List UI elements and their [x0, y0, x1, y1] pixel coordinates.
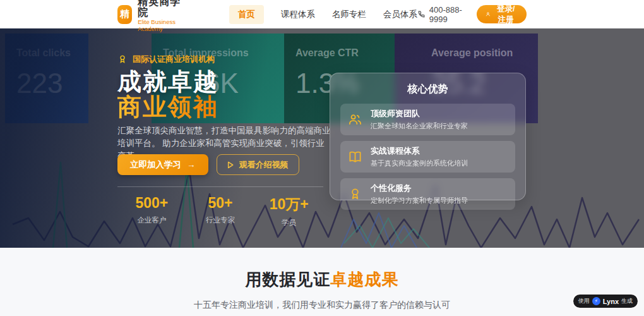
phone-group: 400-888-9999	[417, 5, 463, 24]
navbar: 精 精英商学院 Elite Business Academy 首页 课程体系 名…	[0, 0, 644, 28]
results-subtitle: 十五年专注商业培训，我们用专业和实力赢得了客户的信赖与认可	[0, 300, 644, 311]
certification-badge: 国际认证商业培训机构	[117, 54, 215, 65]
stat-label: 学员	[254, 218, 323, 228]
join-now-label: 立即加入学习	[130, 159, 181, 171]
login-register-label: 登录/注册	[494, 4, 518, 25]
bg-kpi-label: Average CTR	[295, 47, 383, 59]
lynx-logo-icon: ⚡	[592, 297, 600, 305]
watch-video-label: 观看介绍视频	[239, 159, 289, 171]
hero-stats: 500+ 企业客户 50+ 行业专家 10万+ 学员	[117, 186, 323, 228]
brand-text: 精英商学院 Elite Business Academy	[138, 0, 188, 32]
results-title-accent: 卓越成果	[331, 270, 399, 289]
phone-number: 400-888-9999	[429, 5, 463, 24]
results-section: 用数据见证卓越成果 十五年专注商业培训，我们用专业和实力赢得了客户的信赖与认可	[0, 248, 644, 316]
advantage-texts: 顶级师资团队 汇聚全球知名企业家和行业专家	[371, 108, 508, 131]
lynx-badge-suffix: 生成	[621, 297, 633, 305]
stat-value: 50+	[186, 195, 255, 212]
bg-kpi-label: Average position	[406, 47, 527, 59]
nav-item-courses[interactable]: 课程体系	[281, 9, 315, 20]
join-now-button[interactable]: 立即加入学习 →	[117, 154, 208, 175]
bg-kpi-value: 223	[16, 68, 77, 99]
brand-logo[interactable]: 精 精英商学院 Elite Business Academy	[117, 0, 188, 32]
watch-video-button[interactable]: 观看介绍视频	[217, 154, 299, 175]
hero-title-line1: 成就卓越	[117, 69, 218, 94]
play-icon	[227, 161, 234, 169]
advantage-desc: 定制化学习方案和专属导师指导	[371, 196, 508, 205]
results-title-plain: 用数据见证	[246, 270, 331, 289]
hero-section: Total clicks 223 Total impressions 6K Av…	[0, 28, 644, 248]
book-icon	[348, 150, 362, 164]
brand-name: 精英商学院	[138, 0, 188, 18]
page: 精 精英商学院 Elite Business Academy 首页 课程体系 名…	[0, 0, 644, 316]
nav-item-home[interactable]: 首页	[229, 5, 264, 24]
hero-title-line2: 商业领袖	[117, 94, 218, 119]
core-advantages-card: 核心优势 顶级师资团队 汇聚全球知名企业家和行业专家	[330, 73, 526, 200]
user-icon	[486, 11, 491, 18]
logo-icon: 精	[117, 5, 132, 24]
advantage-item-curriculum[interactable]: 实战课程体系 基于真实商业案例的系统化培训	[340, 141, 515, 173]
core-advantages-title: 核心优势	[330, 83, 525, 96]
nav-item-membership[interactable]: 会员体系	[383, 9, 417, 20]
stat-experts: 50+ 行业专家	[186, 195, 255, 228]
nav-right: 400-888-9999 登录/注册	[417, 5, 527, 24]
stat-value: 10万+	[254, 195, 323, 214]
advantage-desc: 基于真实商业案例的系统化培训	[371, 159, 508, 168]
phone-icon	[417, 10, 426, 18]
advantage-title: 实战课程体系	[371, 145, 508, 157]
stat-students: 10万+ 学员	[254, 195, 323, 228]
nav-menu: 首页 课程体系 名师专栏 会员体系	[229, 5, 417, 24]
results-title: 用数据见证卓越成果	[0, 269, 644, 291]
advantage-title: 个性化服务	[371, 183, 508, 194]
medal-icon	[117, 54, 128, 64]
advantage-title: 顶级师资团队	[371, 108, 508, 119]
login-register-button[interactable]: 登录/注册	[477, 5, 527, 23]
advantage-desc: 汇聚全球知名企业家和行业专家	[371, 121, 508, 131]
advantage-item-personalized[interactable]: 个性化服务 定制化学习方案和专属导师指导	[340, 178, 515, 210]
team-icon	[348, 112, 362, 127]
lynx-generated-badge[interactable]: 使用 ⚡ Lynx 生成	[573, 295, 638, 308]
hero-title: 成就卓越 商业领袖	[117, 69, 218, 119]
lynx-brand: Lynx	[603, 298, 619, 305]
advantage-item-faculty[interactable]: 顶级师资团队 汇聚全球知名企业家和行业专家	[340, 104, 515, 135]
bg-kpi-total-clicks: Total clicks 223	[5, 33, 88, 123]
brand-subtitle: Elite Business Academy	[138, 18, 188, 32]
advantage-texts: 个性化服务 定制化学习方案和专属导师指导	[371, 183, 508, 205]
lynx-badge-prefix: 使用	[578, 297, 590, 305]
bg-kpi-label: Total clicks	[16, 47, 77, 59]
advantage-texts: 实战课程体系 基于真实商业案例的系统化培训	[371, 145, 508, 168]
hero-cta-row: 立即加入学习 → 观看介绍视频	[117, 154, 299, 175]
stat-clients: 500+ 企业客户	[117, 195, 186, 228]
arrow-right-icon: →	[187, 160, 196, 169]
certification-badge-label: 国际认证商业培训机构	[133, 54, 215, 65]
stat-label: 行业专家	[186, 216, 255, 225]
stat-label: 企业客户	[117, 216, 186, 225]
stat-value: 500+	[117, 195, 186, 212]
nav-item-teachers[interactable]: 名师专栏	[332, 9, 366, 20]
medal-icon	[348, 187, 362, 202]
